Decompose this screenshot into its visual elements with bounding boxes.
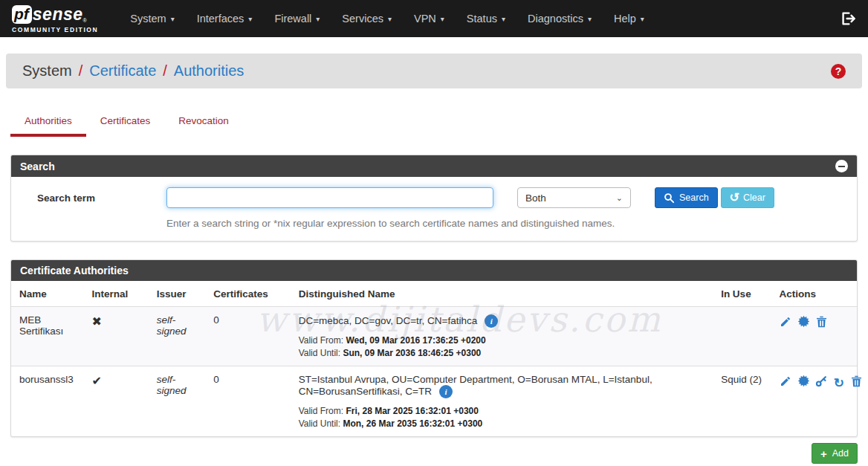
check-mark-icon: ✔ [91, 375, 101, 387]
tab-authorities[interactable]: Authorities [10, 109, 86, 137]
edit-pencil-icon[interactable] [779, 315, 792, 329]
col-header-internal: Internal [87, 281, 152, 307]
ca-issuer: self-signed [152, 307, 209, 366]
breadcrumb-link-authorities[interactable]: Authorities [174, 62, 244, 80]
chevron-down-icon: ▾ [248, 15, 252, 23]
valid-until-label: Valid Until: [299, 348, 340, 358]
chevron-down-icon: ▾ [316, 15, 320, 23]
tab-revocation[interactable]: Revocation [164, 109, 243, 137]
ca-distinguished-name: ST=Istanbul Avrupa, OU=Computer Departme… [299, 374, 652, 397]
nav-item-interfaces[interactable]: Interfaces▾ [186, 0, 264, 37]
col-header-in-use: In Use [716, 281, 774, 307]
table-row: MEB Sertifikası ✖ self-signed 0 DC=mebca… [11, 307, 857, 366]
sign-out-icon[interactable] [840, 10, 856, 27]
search-term-label: Search term [26, 192, 166, 204]
add-button[interactable]: + Add [812, 443, 858, 464]
search-panel-title: Search [20, 161, 55, 172]
col-header-distinguished-name: Distinguished Name [294, 281, 716, 307]
valid-from-label: Valid From: [299, 335, 343, 346]
info-icon[interactable]: i [439, 385, 453, 398]
ca-issuer: self-signed [152, 366, 209, 437]
export-certificate-icon[interactable] [797, 374, 810, 387]
chevron-down-icon: ▾ [641, 15, 644, 23]
valid-from-value: Fri, 28 Mar 2025 16:32:01 +0300 [346, 406, 478, 416]
clear-button[interactable]: ↺ Clear [721, 187, 774, 208]
col-header-certificates: Certificates [209, 281, 294, 307]
page-tabs: Authorities Certificates Revocation [10, 109, 858, 137]
valid-until-value: Sun, 09 Mar 2036 18:46:25 +0300 [343, 348, 481, 358]
search-type-select[interactable]: Both ⌄ [517, 187, 631, 208]
logo-edition-text: COMMUNITY EDITION [12, 26, 98, 33]
nav-item-diagnostics[interactable]: Diagnostics▾ [516, 0, 603, 37]
breadcrumb-section: System [22, 62, 72, 80]
valid-until-value: Mon, 26 Mar 2035 16:32:01 +0300 [343, 418, 482, 429]
search-panel: Search Search term Both ⌄ Search ↺ Clear [10, 155, 858, 242]
ca-in-use: Squid (2) [716, 366, 774, 437]
search-button[interactable]: Search [655, 187, 718, 208]
chevron-down-icon: ▾ [441, 15, 444, 23]
navbar-menu: System▾ Interfaces▾ Firewall▾ Services▾ … [119, 0, 655, 37]
edit-pencil-icon[interactable] [779, 375, 792, 388]
valid-from-value: Wed, 09 Mar 2016 17:36:25 +0200 [346, 335, 485, 346]
certificate-authorities-panel: Certificate Authorities Name Internal Is… [10, 259, 858, 437]
valid-until-label: Valid Until: [299, 418, 340, 429]
nav-item-status[interactable]: Status▾ [456, 0, 516, 37]
nav-item-firewall[interactable]: Firewall▾ [263, 0, 331, 37]
logo-pf-box: pf [12, 5, 32, 24]
top-navbar: pfsense® COMMUNITY EDITION System▾ Inter… [0, 0, 868, 37]
breadcrumb-link-certificate[interactable]: Certificate [89, 62, 156, 80]
logo-sense-text: sense [33, 4, 83, 25]
ca-cert-count: 0 [209, 307, 294, 366]
ca-name: MEB Sertifikası [11, 307, 87, 366]
ca-panel-title: Certificate Authorities [20, 265, 129, 276]
ca-table: Name Internal Issuer Certificates Distin… [11, 281, 857, 436]
ca-in-use [716, 307, 774, 366]
ca-name: borusanssl3 [11, 366, 87, 437]
renew-refresh-icon[interactable]: ↻ [832, 376, 846, 389]
table-header-row: Name Internal Issuer Certificates Distin… [11, 281, 857, 307]
search-type-selected-value: Both [525, 192, 546, 204]
help-icon[interactable]: ? [831, 64, 846, 79]
col-header-issuer: Issuer [152, 281, 209, 307]
breadcrumb-separator: / [79, 62, 83, 80]
undo-icon: ↺ [730, 192, 739, 204]
chevron-down-icon: ▾ [171, 15, 175, 23]
nav-item-vpn[interactable]: VPN▾ [403, 0, 456, 37]
col-header-actions: Actions [774, 281, 857, 307]
delete-trash-icon[interactable] [814, 315, 828, 329]
chevron-down-icon: ▾ [502, 15, 505, 23]
ca-panel-header: Certificate Authorities [11, 260, 857, 281]
logo-registered-mark: ® [83, 18, 87, 23]
search-panel-header: Search [11, 155, 857, 177]
export-certificate-icon[interactable] [797, 314, 810, 328]
nav-item-help[interactable]: Help▾ [603, 0, 655, 37]
x-mark-icon: ✖ [91, 315, 101, 328]
nav-item-services[interactable]: Services▾ [331, 0, 403, 37]
info-icon[interactable]: i [485, 314, 498, 328]
pfsense-logo[interactable]: pfsense® COMMUNITY EDITION [12, 4, 98, 33]
plus-icon: + [820, 448, 827, 459]
ca-distinguished-name: DC=mebca, DC=gov, DC=tr, CN=fatihca [299, 315, 478, 326]
chevron-down-icon: ⌄ [616, 193, 623, 203]
collapse-panel-icon[interactable] [835, 160, 848, 172]
export-key-icon[interactable] [814, 375, 828, 388]
search-hint-text: Enter a search string or *nix regular ex… [166, 218, 842, 229]
search-input[interactable] [166, 187, 493, 208]
breadcrumb: System / Certificate / Authorities ? [6, 54, 862, 88]
search-icon [664, 192, 675, 204]
table-row: borusanssl3 ✔ self-signed 0 ST=Istanbul … [11, 366, 857, 437]
nav-item-system[interactable]: System▾ [119, 0, 185, 37]
col-header-name: Name [11, 281, 87, 307]
valid-from-label: Valid From: [299, 406, 343, 416]
delete-trash-icon[interactable] [850, 375, 864, 388]
chevron-down-icon: ▾ [388, 15, 392, 23]
chevron-down-icon: ▾ [588, 15, 592, 23]
ca-cert-count: 0 [209, 366, 294, 437]
tab-certificates[interactable]: Certificates [86, 109, 165, 137]
breadcrumb-separator: / [163, 62, 167, 80]
